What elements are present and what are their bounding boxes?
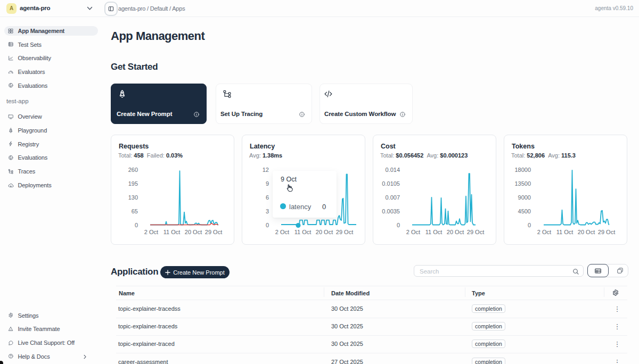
svg-text:11 Oct: 11 Oct xyxy=(163,229,181,235)
svg-text:0: 0 xyxy=(397,222,400,228)
svg-text:20 Oct: 20 Oct xyxy=(447,229,464,235)
svg-text:0: 0 xyxy=(266,222,269,228)
svg-text:2 Oct: 2 Oct xyxy=(406,229,420,235)
svg-text:2 Oct: 2 Oct xyxy=(275,229,289,235)
svg-text:13500: 13500 xyxy=(514,180,531,187)
svg-text:2 Oct: 2 Oct xyxy=(144,229,158,235)
svg-text:29 Oct: 29 Oct xyxy=(467,229,484,235)
svg-text:9000: 9000 xyxy=(518,194,531,201)
svg-text:0: 0 xyxy=(528,222,531,228)
svg-text:0.0035: 0.0035 xyxy=(382,208,400,214)
svg-text:0.007: 0.007 xyxy=(385,194,400,201)
svg-text:0.0105: 0.0105 xyxy=(382,180,400,187)
svg-text:29 Oct: 29 Oct xyxy=(336,229,353,235)
svg-text:12: 12 xyxy=(263,167,269,173)
svg-text:18000: 18000 xyxy=(514,167,531,173)
svg-text:260: 260 xyxy=(128,167,138,173)
svg-text:65: 65 xyxy=(132,208,138,214)
svg-text:11 Oct: 11 Oct xyxy=(425,229,443,235)
svg-text:130: 130 xyxy=(128,194,138,201)
svg-text:29 Oct: 29 Oct xyxy=(205,229,222,235)
svg-text:195: 195 xyxy=(128,180,138,187)
svg-text:9: 9 xyxy=(266,180,269,187)
svg-text:20 Oct: 20 Oct xyxy=(578,229,595,235)
svg-text:0: 0 xyxy=(135,222,138,228)
svg-text:6: 6 xyxy=(266,194,269,201)
svg-text:0.014: 0.014 xyxy=(385,167,400,173)
svg-text:11 Oct: 11 Oct xyxy=(556,229,574,235)
svg-text:2 Oct: 2 Oct xyxy=(537,229,551,235)
svg-text:20 Oct: 20 Oct xyxy=(316,229,333,235)
svg-text:29 Oct: 29 Oct xyxy=(598,229,615,235)
svg-text:3: 3 xyxy=(266,208,269,214)
svg-text:4500: 4500 xyxy=(518,208,531,214)
svg-text:11 Oct: 11 Oct xyxy=(294,229,312,235)
svg-text:20 Oct: 20 Oct xyxy=(185,229,202,235)
